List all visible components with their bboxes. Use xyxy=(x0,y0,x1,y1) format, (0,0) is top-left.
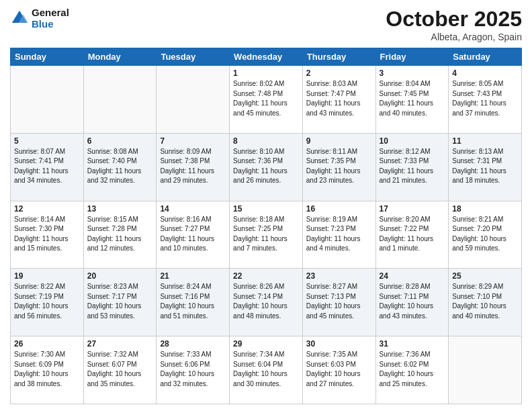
day-info: Sunrise: 8:11 AM Sunset: 7:35 PM Dayligh… xyxy=(306,147,372,186)
calendar-cell: 31Sunrise: 7:36 AM Sunset: 6:02 PM Dayli… xyxy=(375,336,449,404)
day-number: 3 xyxy=(380,68,445,78)
calendar-header-tuesday: Tuesday xyxy=(157,48,230,66)
logo: General Blue xyxy=(10,7,69,30)
day-number: 19 xyxy=(14,271,80,281)
calendar-week-row: 1Sunrise: 8:02 AM Sunset: 7:48 PM Daylig… xyxy=(11,66,522,134)
calendar-cell xyxy=(11,66,84,134)
day-info: Sunrise: 8:22 AM Sunset: 7:19 PM Dayligh… xyxy=(14,282,80,321)
calendar-cell: 29Sunrise: 7:34 AM Sunset: 6:04 PM Dayli… xyxy=(230,336,303,404)
day-number: 10 xyxy=(380,136,445,146)
calendar-header-wednesday: Wednesday xyxy=(230,48,303,66)
day-info: Sunrise: 8:27 AM Sunset: 7:13 PM Dayligh… xyxy=(306,282,372,321)
calendar-cell: 2Sunrise: 8:03 AM Sunset: 7:47 PM Daylig… xyxy=(302,66,375,134)
calendar-header-monday: Monday xyxy=(83,48,157,66)
calendar-cell: 26Sunrise: 7:30 AM Sunset: 6:09 PM Dayli… xyxy=(11,336,84,404)
calendar-cell: 17Sunrise: 8:20 AM Sunset: 7:22 PM Dayli… xyxy=(375,201,449,269)
calendar-cell xyxy=(449,336,522,404)
day-number: 24 xyxy=(380,271,445,281)
calendar-cell: 25Sunrise: 8:29 AM Sunset: 7:10 PM Dayli… xyxy=(449,269,522,336)
calendar-cell: 14Sunrise: 8:16 AM Sunset: 7:27 PM Dayli… xyxy=(157,201,230,269)
day-number: 30 xyxy=(306,339,372,349)
day-info: Sunrise: 8:07 AM Sunset: 7:41 PM Dayligh… xyxy=(14,147,80,186)
day-info: Sunrise: 7:34 AM Sunset: 6:04 PM Dayligh… xyxy=(233,350,299,389)
day-info: Sunrise: 7:36 AM Sunset: 6:02 PM Dayligh… xyxy=(380,350,445,389)
day-number: 7 xyxy=(160,136,226,146)
header: General Blue October 2025 Albeta, Aragon… xyxy=(10,7,522,42)
day-number: 26 xyxy=(14,339,80,349)
calendar-cell: 20Sunrise: 8:23 AM Sunset: 7:17 PM Dayli… xyxy=(83,269,157,336)
day-number: 14 xyxy=(160,204,226,214)
day-number: 22 xyxy=(233,271,299,281)
day-info: Sunrise: 8:21 AM Sunset: 7:20 PM Dayligh… xyxy=(452,215,518,254)
title-block: October 2025 Albeta, Aragon, Spain xyxy=(386,7,522,42)
day-info: Sunrise: 8:02 AM Sunset: 7:48 PM Dayligh… xyxy=(233,79,299,118)
day-info: Sunrise: 8:29 AM Sunset: 7:10 PM Dayligh… xyxy=(452,282,518,321)
day-number: 31 xyxy=(380,339,445,349)
day-number: 5 xyxy=(14,136,80,146)
day-info: Sunrise: 8:26 AM Sunset: 7:14 PM Dayligh… xyxy=(233,282,299,321)
day-info: Sunrise: 7:30 AM Sunset: 6:09 PM Dayligh… xyxy=(14,350,80,389)
logo-icon xyxy=(10,9,29,28)
month-title: October 2025 xyxy=(386,7,522,32)
day-number: 27 xyxy=(87,339,153,349)
page: General Blue October 2025 Albeta, Aragon… xyxy=(0,0,532,411)
calendar-cell: 12Sunrise: 8:14 AM Sunset: 7:30 PM Dayli… xyxy=(11,201,84,269)
day-number: 16 xyxy=(306,204,372,214)
calendar-cell: 4Sunrise: 8:05 AM Sunset: 7:43 PM Daylig… xyxy=(449,66,522,134)
day-number: 28 xyxy=(160,339,226,349)
day-number: 17 xyxy=(380,204,445,214)
calendar-cell: 16Sunrise: 8:19 AM Sunset: 7:23 PM Dayli… xyxy=(302,201,375,269)
day-number: 25 xyxy=(452,271,518,281)
calendar-header-friday: Friday xyxy=(375,48,449,66)
day-number: 21 xyxy=(160,271,226,281)
day-number: 23 xyxy=(306,271,372,281)
day-number: 8 xyxy=(233,136,299,146)
calendar-cell: 19Sunrise: 8:22 AM Sunset: 7:19 PM Dayli… xyxy=(11,269,84,336)
calendar-cell: 18Sunrise: 8:21 AM Sunset: 7:20 PM Dayli… xyxy=(449,201,522,269)
calendar-cell: 13Sunrise: 8:15 AM Sunset: 7:28 PM Dayli… xyxy=(83,201,157,269)
calendar-cell: 6Sunrise: 8:08 AM Sunset: 7:40 PM Daylig… xyxy=(83,133,157,201)
calendar-cell: 15Sunrise: 8:18 AM Sunset: 7:25 PM Dayli… xyxy=(230,201,303,269)
day-number: 1 xyxy=(233,68,299,78)
day-info: Sunrise: 8:28 AM Sunset: 7:11 PM Dayligh… xyxy=(380,282,445,321)
day-info: Sunrise: 8:13 AM Sunset: 7:31 PM Dayligh… xyxy=(452,147,518,186)
calendar-cell: 28Sunrise: 7:33 AM Sunset: 6:06 PM Dayli… xyxy=(157,336,230,404)
calendar-header-sunday: Sunday xyxy=(11,48,84,66)
day-info: Sunrise: 8:16 AM Sunset: 7:27 PM Dayligh… xyxy=(160,215,226,254)
day-info: Sunrise: 8:24 AM Sunset: 7:16 PM Dayligh… xyxy=(160,282,226,321)
calendar-week-row: 5Sunrise: 8:07 AM Sunset: 7:41 PM Daylig… xyxy=(11,133,522,201)
calendar-cell: 27Sunrise: 7:32 AM Sunset: 6:07 PM Dayli… xyxy=(83,336,157,404)
day-info: Sunrise: 7:32 AM Sunset: 6:07 PM Dayligh… xyxy=(87,350,153,389)
calendar-cell: 1Sunrise: 8:02 AM Sunset: 7:48 PM Daylig… xyxy=(230,66,303,134)
day-number: 18 xyxy=(452,204,518,214)
calendar-cell: 8Sunrise: 8:10 AM Sunset: 7:36 PM Daylig… xyxy=(230,133,303,201)
calendar-cell: 24Sunrise: 8:28 AM Sunset: 7:11 PM Dayli… xyxy=(375,269,449,336)
day-number: 12 xyxy=(14,204,80,214)
day-info: Sunrise: 8:05 AM Sunset: 7:43 PM Dayligh… xyxy=(452,79,518,118)
day-info: Sunrise: 7:35 AM Sunset: 6:03 PM Dayligh… xyxy=(306,350,372,389)
day-info: Sunrise: 8:15 AM Sunset: 7:28 PM Dayligh… xyxy=(87,215,153,254)
day-info: Sunrise: 8:09 AM Sunset: 7:38 PM Dayligh… xyxy=(160,147,226,186)
day-number: 2 xyxy=(306,68,372,78)
day-number: 20 xyxy=(87,271,153,281)
calendar-cell: 21Sunrise: 8:24 AM Sunset: 7:16 PM Dayli… xyxy=(157,269,230,336)
calendar-cell xyxy=(83,66,157,134)
calendar-cell: 10Sunrise: 8:12 AM Sunset: 7:33 PM Dayli… xyxy=(375,133,449,201)
calendar-cell: 7Sunrise: 8:09 AM Sunset: 7:38 PM Daylig… xyxy=(157,133,230,201)
day-info: Sunrise: 8:20 AM Sunset: 7:22 PM Dayligh… xyxy=(380,215,445,254)
calendar-cell: 22Sunrise: 8:26 AM Sunset: 7:14 PM Dayli… xyxy=(230,269,303,336)
day-number: 9 xyxy=(306,136,372,146)
day-number: 13 xyxy=(87,204,153,214)
day-number: 29 xyxy=(233,339,299,349)
calendar-cell: 30Sunrise: 7:35 AM Sunset: 6:03 PM Dayli… xyxy=(302,336,375,404)
calendar-week-row: 26Sunrise: 7:30 AM Sunset: 6:09 PM Dayli… xyxy=(11,336,522,404)
day-info: Sunrise: 8:10 AM Sunset: 7:36 PM Dayligh… xyxy=(233,147,299,186)
calendar-header-row: SundayMondayTuesdayWednesdayThursdayFrid… xyxy=(11,48,522,66)
day-number: 4 xyxy=(452,68,518,78)
calendar-week-row: 12Sunrise: 8:14 AM Sunset: 7:30 PM Dayli… xyxy=(11,201,522,269)
calendar-cell xyxy=(157,66,230,134)
day-info: Sunrise: 8:12 AM Sunset: 7:33 PM Dayligh… xyxy=(380,147,445,186)
calendar-cell: 3Sunrise: 8:04 AM Sunset: 7:45 PM Daylig… xyxy=(375,66,449,134)
calendar-cell: 9Sunrise: 8:11 AM Sunset: 7:35 PM Daylig… xyxy=(302,133,375,201)
day-number: 15 xyxy=(233,204,299,214)
